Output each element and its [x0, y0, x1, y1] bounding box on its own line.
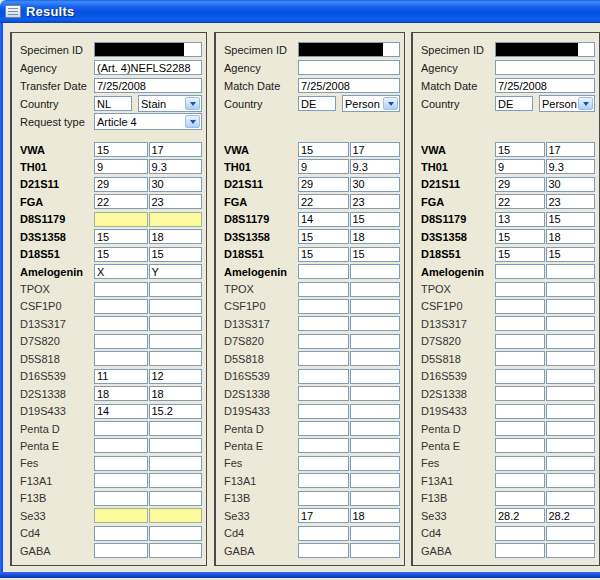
- allele-field[interactable]: [350, 421, 401, 436]
- allele-field[interactable]: [149, 351, 203, 366]
- allele-field[interactable]: 15: [495, 247, 545, 262]
- allele-field[interactable]: 18: [350, 229, 401, 244]
- allele-field[interactable]: [495, 526, 545, 541]
- allele-field[interactable]: [149, 473, 203, 488]
- allele-field[interactable]: [546, 473, 596, 488]
- titlebar[interactable]: Results: [0, 0, 600, 23]
- allele-field[interactable]: 18: [94, 386, 148, 401]
- allele-field[interactable]: [350, 491, 401, 506]
- allele-field[interactable]: [546, 491, 596, 506]
- specimen-id-field[interactable]: [94, 42, 202, 57]
- allele-field[interactable]: [546, 543, 596, 558]
- allele-field[interactable]: 15: [298, 247, 349, 262]
- allele-field[interactable]: [495, 404, 545, 419]
- allele-field[interactable]: 18: [546, 229, 596, 244]
- allele-field[interactable]: [546, 421, 596, 436]
- allele-field[interactable]: [546, 456, 596, 471]
- allele-field[interactable]: [94, 299, 148, 314]
- allele-field[interactable]: [94, 438, 148, 453]
- transfer-date-field[interactable]: 7/25/2008: [94, 78, 202, 93]
- allele-field[interactable]: [350, 456, 401, 471]
- allele-field[interactable]: 30: [546, 177, 596, 192]
- allele-field[interactable]: [298, 369, 349, 384]
- allele-field[interactable]: 23: [149, 194, 203, 209]
- allele-field[interactable]: [94, 351, 148, 366]
- dropdown-button[interactable]: [185, 97, 200, 110]
- allele-field[interactable]: [350, 404, 401, 419]
- country-code-field[interactable]: DE: [298, 96, 336, 111]
- allele-field[interactable]: 17: [149, 142, 203, 157]
- allele-field[interactable]: [298, 264, 349, 279]
- allele-field[interactable]: [149, 526, 203, 541]
- allele-field[interactable]: Y: [149, 264, 203, 279]
- dropdown-button[interactable]: [578, 97, 593, 110]
- allele-field[interactable]: [94, 473, 148, 488]
- agency-field[interactable]: (Art. 4)NEFLS2288: [94, 60, 202, 75]
- specimen-type-select[interactable]: Stain: [138, 95, 202, 112]
- allele-field[interactable]: 14: [94, 404, 148, 419]
- allele-field[interactable]: [94, 334, 148, 349]
- allele-field[interactable]: [298, 526, 349, 541]
- allele-field[interactable]: [546, 526, 596, 541]
- allele-field[interactable]: [94, 212, 148, 227]
- allele-field[interactable]: [546, 404, 596, 419]
- allele-field[interactable]: 15: [350, 212, 401, 227]
- allele-field[interactable]: [546, 386, 596, 401]
- allele-field[interactable]: 18: [149, 229, 203, 244]
- allele-field[interactable]: [546, 334, 596, 349]
- allele-field[interactable]: [350, 299, 401, 314]
- allele-field[interactable]: 17: [546, 142, 596, 157]
- allele-field[interactable]: [495, 438, 545, 453]
- allele-field[interactable]: [495, 421, 545, 436]
- allele-field[interactable]: 15: [546, 212, 596, 227]
- allele-field[interactable]: 28.2: [546, 508, 596, 523]
- allele-field[interactable]: [298, 316, 349, 331]
- allele-field[interactable]: [149, 508, 203, 523]
- allele-field[interactable]: [495, 491, 545, 506]
- allele-field[interactable]: [546, 316, 596, 331]
- allele-field[interactable]: [94, 543, 148, 558]
- allele-field[interactable]: 28.2: [495, 508, 545, 523]
- allele-field[interactable]: [298, 404, 349, 419]
- allele-field[interactable]: [495, 456, 545, 471]
- allele-field[interactable]: [546, 351, 596, 366]
- allele-field[interactable]: [149, 438, 203, 453]
- match-date-field[interactable]: 7/25/2008: [495, 78, 595, 93]
- allele-field[interactable]: [298, 473, 349, 488]
- allele-field[interactable]: [94, 282, 148, 297]
- allele-field[interactable]: [350, 334, 401, 349]
- allele-field[interactable]: [350, 316, 401, 331]
- dropdown-button[interactable]: [185, 115, 200, 128]
- allele-field[interactable]: 15.2: [149, 404, 203, 419]
- agency-field[interactable]: [495, 60, 595, 75]
- allele-field[interactable]: 23: [350, 194, 401, 209]
- allele-field[interactable]: 22: [495, 194, 545, 209]
- allele-field[interactable]: [149, 282, 203, 297]
- allele-field[interactable]: [546, 369, 596, 384]
- allele-field[interactable]: [94, 456, 148, 471]
- allele-field[interactable]: 15: [298, 142, 349, 157]
- allele-field[interactable]: 17: [298, 508, 349, 523]
- allele-field[interactable]: 14: [298, 212, 349, 227]
- allele-field[interactable]: 9.3: [149, 159, 203, 174]
- specimen-type-select[interactable]: Person: [342, 95, 400, 112]
- allele-field[interactable]: 15: [149, 247, 203, 262]
- allele-field[interactable]: 17: [350, 142, 401, 157]
- allele-field[interactable]: [350, 543, 401, 558]
- allele-field[interactable]: [350, 438, 401, 453]
- allele-field[interactable]: 29: [94, 177, 148, 192]
- allele-field[interactable]: [94, 508, 148, 523]
- allele-field[interactable]: 30: [350, 177, 401, 192]
- match-date-field[interactable]: 7/25/2008: [298, 78, 400, 93]
- dropdown-button[interactable]: [383, 97, 398, 110]
- allele-field[interactable]: [298, 334, 349, 349]
- allele-field[interactable]: 15: [350, 247, 401, 262]
- allele-field[interactable]: [298, 351, 349, 366]
- allele-field[interactable]: 18: [149, 386, 203, 401]
- allele-field[interactable]: 9.3: [350, 159, 401, 174]
- allele-field[interactable]: 15: [546, 247, 596, 262]
- allele-field[interactable]: 15: [94, 229, 148, 244]
- allele-field[interactable]: [546, 264, 596, 279]
- allele-field[interactable]: [495, 386, 545, 401]
- allele-field[interactable]: [94, 421, 148, 436]
